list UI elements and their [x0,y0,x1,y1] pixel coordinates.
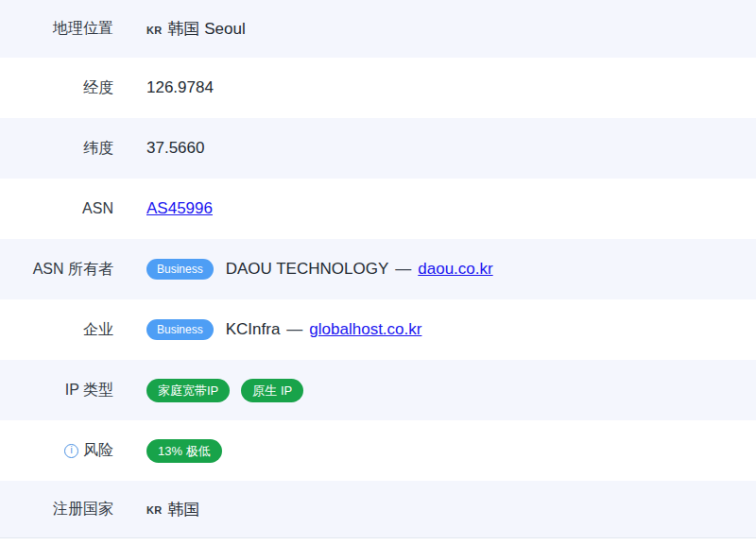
row-company: 企业 Business KCInfra — globalhost.co.kr [0,299,756,360]
latitude-label: 纬度 [0,139,113,159]
longitude-value: 126.9784 [146,78,214,97]
latitude-value: 37.5660 [146,139,204,158]
business-badge: Business [146,319,214,340]
dash-separator: — [395,260,411,279]
reg-country-text: 韩国 [168,499,200,520]
country-code: KR [146,502,163,516]
row-risk: i 风险 13% 极低 [0,420,756,481]
row-latitude: 纬度 37.5660 [0,118,756,179]
asn-owner-link[interactable]: daou.co.kr [418,260,492,279]
ip-type-value: 家庭宽带IP 原生 IP [146,379,315,402]
asn-owner-name: DAOU TECHNOLOGY [226,260,389,279]
ip-type-label: IP 类型 [0,381,113,400]
geo-location-text: 韩国 Seoul [168,18,246,40]
asn-owner-label: ASN 所有者 [0,260,113,280]
row-ip-type: IP 类型 家庭宽带IP 原生 IP [0,360,756,420]
business-badge: Business [146,259,214,280]
country-code: KR [146,23,163,36]
row-longitude: 经度 126.9784 [0,58,756,118]
company-name: KCInfra [226,320,281,339]
asn-owner-value: Business DAOU TECHNOLOGY — daou.co.kr [146,259,493,280]
ip-type-badge: 原生 IP [241,379,303,402]
company-value: Business KCInfra — globalhost.co.kr [146,319,421,340]
row-asn: ASN AS45996 [0,179,756,239]
asn-link[interactable]: AS45996 [146,199,213,218]
risk-value: 13% 极低 [146,439,233,463]
asn-value: AS45996 [146,199,213,218]
ip-info-table: 地理位置 KR 韩国 Seoul 经度 126.9784 纬度 37.5660 … [0,0,756,545]
risk-label-wrap: i 风险 [0,441,113,461]
reg-country-label: 注册国家 [0,500,113,519]
geo-location-value: KR 韩国 Seoul [146,18,246,40]
company-link[interactable]: globalhost.co.kr [309,320,421,339]
reg-country-value: KR 韩国 [146,499,200,520]
row-reg-country: 注册国家 KR 韩国 [0,481,756,538]
dash-separator: — [286,320,302,339]
info-icon[interactable]: i [64,444,78,458]
geo-location-label: 地理位置 [0,19,113,39]
asn-label: ASN [0,200,113,217]
risk-score-badge: 13% 极低 [146,439,222,463]
risk-label: 风险 [83,441,113,461]
longitude-label: 经度 [0,78,113,98]
row-asn-owner: ASN 所有者 Business DAOU TECHNOLOGY — daou.… [0,239,756,299]
row-geo-location: 地理位置 KR 韩国 Seoul [0,0,756,58]
ip-type-badge: 家庭宽带IP [146,379,230,402]
company-label: 企业 [0,320,113,340]
